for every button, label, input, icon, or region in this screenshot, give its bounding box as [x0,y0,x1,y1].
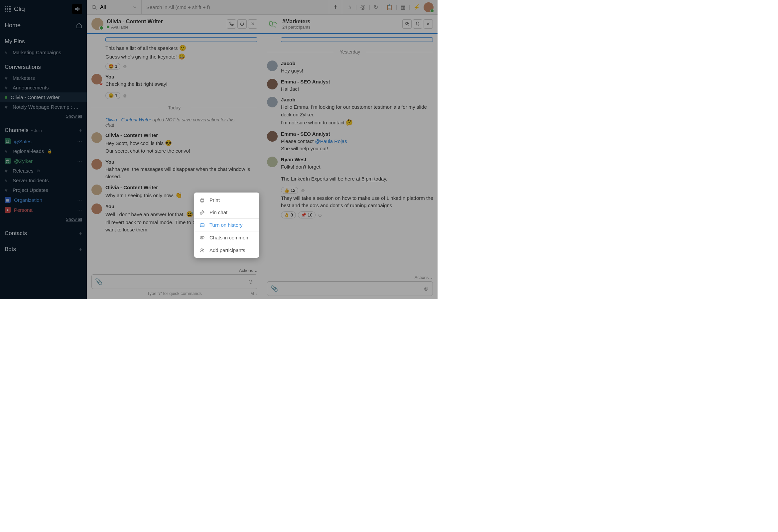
menu-add-participants[interactable]: Add participants [194,244,259,256]
svg-point-15 [201,249,203,251]
menu-chats-in-common[interactable]: Chats in common [194,231,259,244]
svg-rect-11 [201,200,204,202]
context-menu: Print Pin chat Turn on history Chats in … [194,193,259,258]
menu-turn-on-history[interactable]: Turn on history [194,218,259,231]
common-icon [200,235,206,240]
history-icon [200,222,206,228]
pin-icon [200,210,206,215]
menu-pin-chat[interactable]: Pin chat [194,206,259,218]
menu-print[interactable]: Print [194,194,259,206]
print-icon [200,198,206,203]
add-person-icon [200,248,206,253]
